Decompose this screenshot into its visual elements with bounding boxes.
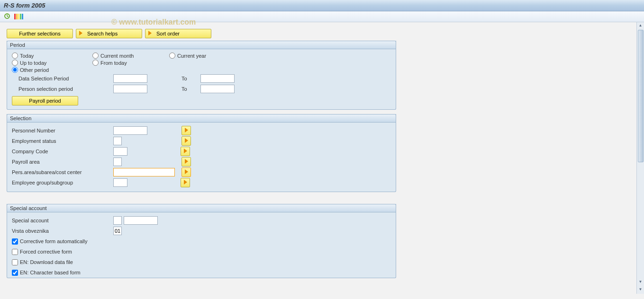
arrow-right-icon bbox=[148, 31, 152, 36]
input-person-selection-to[interactable] bbox=[200, 85, 235, 93]
label-from-today: From today bbox=[100, 60, 127, 66]
radio-today[interactable] bbox=[12, 53, 18, 59]
arrow-right-icon bbox=[185, 159, 188, 165]
main-content: Further selections Search helps Sort ord… bbox=[0, 22, 644, 294]
input-vrsta[interactable] bbox=[113, 227, 122, 235]
label-vrsta: Vrsta obveznika bbox=[12, 228, 111, 234]
arrow-right-icon bbox=[185, 138, 188, 144]
search-helps-label: Search helps bbox=[87, 31, 118, 36]
input-payroll-area[interactable] bbox=[113, 158, 122, 166]
multisel-employee-group[interactable] bbox=[181, 178, 190, 187]
input-employment-status[interactable] bbox=[113, 137, 122, 145]
input-pers-area[interactable] bbox=[113, 168, 175, 176]
label-company-code: Company Code bbox=[12, 149, 111, 154]
multisel-payroll-area[interactable] bbox=[181, 157, 191, 167]
radio-other-period[interactable] bbox=[12, 67, 18, 73]
sort-order-button[interactable]: Sort order bbox=[145, 29, 211, 38]
label-personnel-number: Personnel Number bbox=[12, 128, 111, 133]
label-other-period: Other period bbox=[20, 67, 49, 73]
label-to-2: To bbox=[181, 86, 199, 92]
arrow-right-icon bbox=[185, 169, 188, 175]
group-selection: Selection Personnel Number Employment st… bbox=[7, 114, 396, 192]
payroll-period-button[interactable]: Payroll period bbox=[12, 96, 78, 106]
input-data-selection-from[interactable] bbox=[113, 74, 147, 83]
search-helps-button[interactable]: Search helps bbox=[76, 29, 142, 38]
svg-line-2 bbox=[7, 16, 9, 17]
label-employee-group: Employee group/subgroup bbox=[12, 180, 111, 185]
multisel-pers-area[interactable] bbox=[181, 167, 191, 177]
label-en-char: EN: Character based form bbox=[20, 270, 81, 275]
radio-current-month[interactable] bbox=[92, 53, 99, 59]
multisel-company-code[interactable] bbox=[181, 147, 190, 156]
label-employment-status: Employment status bbox=[12, 138, 111, 144]
multisel-personnel-number[interactable] bbox=[181, 126, 191, 135]
label-forced-corrective: Forced corrective form bbox=[20, 249, 72, 255]
multisel-employment-status[interactable] bbox=[181, 136, 191, 146]
radio-from-today[interactable] bbox=[92, 60, 99, 66]
group-special-account: Special account Special account Vrsta ob… bbox=[7, 204, 396, 278]
checkbox-forced-corrective[interactable] bbox=[12, 249, 18, 255]
further-selections-button[interactable]: Further selections bbox=[7, 29, 73, 38]
input-special-account-a[interactable] bbox=[113, 216, 122, 225]
checkbox-en-char[interactable] bbox=[12, 270, 18, 276]
radio-up-to-today[interactable] bbox=[12, 60, 18, 66]
selection-toolbar: Further selections Search helps Sort ord… bbox=[7, 29, 640, 38]
label-payroll-area: Payroll area bbox=[12, 159, 111, 165]
input-person-selection-from[interactable] bbox=[113, 85, 147, 93]
input-data-selection-to[interactable] bbox=[200, 74, 235, 83]
scroll-up-icon[interactable]: ▲ bbox=[637, 22, 644, 28]
label-current-year: Current year bbox=[177, 53, 206, 59]
label-current-month: Current month bbox=[100, 53, 134, 59]
scroll-thumb[interactable] bbox=[638, 30, 644, 162]
group-selection-title: Selection bbox=[7, 114, 396, 123]
label-pers-area: Pers.area/subarea/cost center bbox=[12, 169, 111, 175]
input-company-code[interactable] bbox=[113, 147, 127, 156]
label-corrective-auto: Corrective form automatically bbox=[20, 238, 87, 244]
label-data-selection-period: Data Selection Period bbox=[18, 76, 111, 81]
label-person-selection-period: Person selection period bbox=[18, 86, 111, 92]
sort-order-label: Sort order bbox=[156, 31, 180, 36]
group-special-title: Special account bbox=[7, 204, 396, 212]
checkbox-corrective-auto[interactable] bbox=[12, 238, 18, 245]
label-up-to-today: Up to today bbox=[20, 60, 46, 66]
scroll-end-icon[interactable]: ▼ bbox=[637, 286, 644, 292]
group-period-title: Period bbox=[7, 41, 396, 49]
label-en-download: EN: Download data file bbox=[20, 259, 73, 265]
variant-icon[interactable] bbox=[14, 14, 23, 19]
arrow-right-icon bbox=[184, 149, 187, 154]
checkbox-en-download[interactable] bbox=[12, 259, 18, 265]
page-title: R-S form 2005 bbox=[4, 2, 45, 9]
title-bar: R-S form 2005 bbox=[0, 0, 644, 11]
label-special-account: Special account bbox=[12, 218, 111, 223]
input-employee-group[interactable] bbox=[113, 178, 127, 187]
arrow-right-icon bbox=[185, 128, 188, 133]
input-personnel-number[interactable] bbox=[113, 126, 147, 135]
radio-current-year[interactable] bbox=[169, 53, 175, 59]
label-today: Today bbox=[20, 53, 34, 59]
execute-icon[interactable] bbox=[4, 13, 10, 20]
arrow-right-icon bbox=[184, 180, 187, 185]
label-to-1: To bbox=[181, 76, 199, 81]
arrow-right-icon bbox=[79, 31, 82, 36]
group-period: Period Today Current month Current year … bbox=[7, 41, 396, 110]
scroll-down-icon[interactable]: ▼ bbox=[637, 279, 644, 284]
input-special-account-b[interactable] bbox=[124, 216, 158, 225]
vertical-scrollbar[interactable]: ▲ ▼ ▼ bbox=[636, 22, 644, 294]
application-toolbar bbox=[0, 11, 644, 22]
